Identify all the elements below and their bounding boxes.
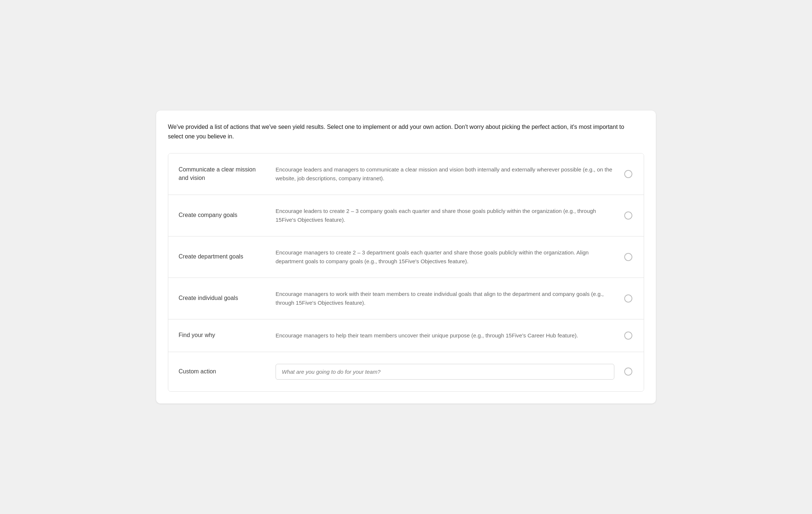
- action-row-communicate-mission: Communicate a clear mission and vision E…: [168, 153, 644, 195]
- radio-circle-custom-action[interactable]: [624, 368, 632, 376]
- action-radio-custom-action[interactable]: [623, 368, 633, 376]
- radio-circle-create-individual-goals[interactable]: [624, 294, 632, 303]
- action-radio-create-individual-goals[interactable]: [623, 294, 633, 303]
- action-description-create-individual-goals: Encourage managers to work with their te…: [276, 290, 614, 307]
- action-title-create-company-goals: Create company goals: [179, 211, 267, 219]
- radio-circle-create-department-goals[interactable]: [624, 253, 632, 261]
- actions-list: Communicate a clear mission and vision E…: [168, 153, 644, 392]
- page-container: We've provided a list of actions that we…: [156, 111, 656, 403]
- action-title-communicate-mission: Communicate a clear mission and vision: [179, 166, 267, 182]
- radio-circle-find-your-why[interactable]: [624, 332, 632, 340]
- action-description-custom-action: [276, 364, 614, 380]
- action-radio-create-company-goals[interactable]: [623, 211, 633, 220]
- custom-action-input[interactable]: [276, 364, 614, 380]
- action-row-find-your-why: Find your why Encourage managers to help…: [168, 319, 644, 352]
- action-description-communicate-mission: Encourage leaders and managers to commun…: [276, 165, 614, 183]
- action-description-find-your-why: Encourage managers to help their team me…: [276, 331, 614, 340]
- intro-text: We've provided a list of actions that we…: [168, 122, 638, 141]
- action-description-create-department-goals: Encourage managers to create 2 – 3 depar…: [276, 248, 614, 266]
- action-title-custom-action: Custom action: [179, 368, 267, 376]
- radio-circle-communicate-mission[interactable]: [624, 170, 632, 178]
- action-radio-communicate-mission[interactable]: [623, 170, 633, 178]
- action-title-create-individual-goals: Create individual goals: [179, 294, 267, 302]
- action-row-custom-action: Custom action: [168, 352, 644, 391]
- radio-circle-create-company-goals[interactable]: [624, 211, 632, 220]
- action-row-create-department-goals: Create department goals Encourage manage…: [168, 236, 644, 278]
- action-description-create-company-goals: Encourage leaders to create 2 – 3 compan…: [276, 207, 614, 224]
- action-title-find-your-why: Find your why: [179, 331, 267, 339]
- action-radio-create-department-goals[interactable]: [623, 253, 633, 261]
- action-row-create-company-goals: Create company goals Encourage leaders t…: [168, 195, 644, 236]
- action-title-create-department-goals: Create department goals: [179, 253, 267, 261]
- action-row-create-individual-goals: Create individual goals Encourage manage…: [168, 278, 644, 319]
- action-radio-find-your-why[interactable]: [623, 332, 633, 340]
